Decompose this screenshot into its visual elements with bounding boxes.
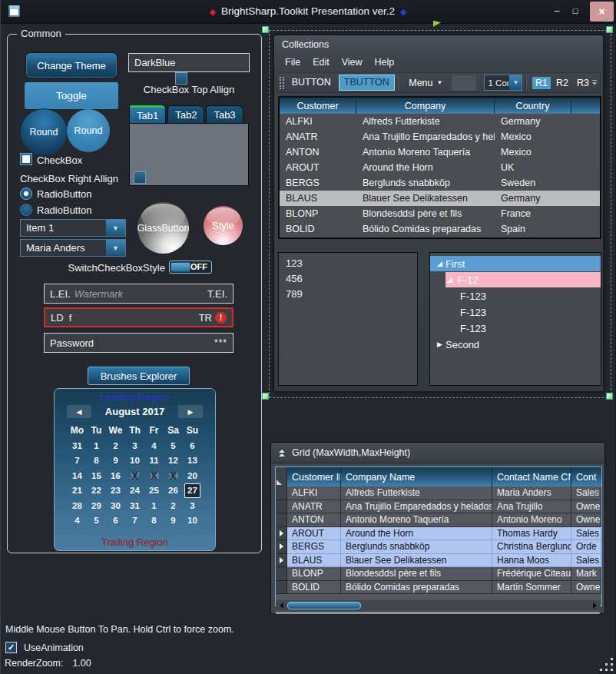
toggle-button[interactable]: Toggle — [25, 82, 118, 109]
expander-expanded-icon[interactable]: ◢ — [447, 272, 452, 288]
calendar-day[interactable]: 7 — [68, 453, 87, 469]
toolbar-grip-icon[interactable] — [280, 77, 284, 89]
horizontal-scrollbar[interactable] — [276, 600, 600, 611]
calendar-day[interactable]: 5 — [87, 513, 106, 529]
row-header[interactable] — [276, 527, 287, 541]
select-all-corner[interactable] — [276, 467, 287, 486]
expander-expanded-icon[interactable]: ◢ — [437, 256, 442, 272]
combobox-customer[interactable]: Maria Anders ▼ — [20, 239, 126, 257]
checkbox-top-align[interactable] — [175, 72, 187, 85]
row-header[interactable] — [276, 486, 287, 500]
calendar-day[interactable]: 11 — [144, 453, 164, 469]
calendar-day[interactable]: 10 — [183, 513, 202, 529]
calendar-day[interactable]: 10 — [125, 453, 144, 469]
list-item[interactable]: 123 — [279, 256, 417, 271]
tab-tab1[interactable]: Tab1 — [129, 105, 166, 123]
calendar-day[interactable]: 5 — [164, 438, 183, 453]
toolbar-menu-button[interactable]: Menu ▼ — [406, 78, 445, 88]
use-animation-checkbox[interactable]: ✓ — [5, 642, 17, 653]
calendar-day[interactable]: 19 — [164, 468, 183, 483]
calendar-day[interactable]: 28 — [68, 498, 87, 513]
chevron-down-icon[interactable]: ▼ — [105, 240, 125, 256]
table-row[interactable]: BERGSBerglunds snabbköpSweden — [280, 175, 600, 191]
calendar-day[interactable]: 9 — [164, 513, 183, 529]
calendar-day[interactable]: 4 — [68, 513, 87, 529]
calendar-day[interactable]: 1 — [87, 438, 106, 453]
error-textbox[interactable]: LD f TR ! — [44, 307, 233, 327]
radio-button-1[interactable] — [20, 188, 32, 200]
selection-handle[interactable] — [606, 393, 613, 400]
calendar-prev-button[interactable]: ◀ — [67, 405, 91, 418]
calendar-day[interactable]: 31 — [125, 498, 144, 513]
column-header-customer-id[interactable]: Customer ID — [287, 467, 341, 486]
switch-thumb[interactable] — [171, 262, 190, 272]
switch-checkbox[interactable]: OFF — [169, 261, 212, 274]
calendar-day[interactable]: 4 — [144, 438, 164, 453]
scroll-right-icon[interactable] — [593, 603, 597, 609]
table-row[interactable]: ALFKIAlfreds FutterkisteMaria AndersSale… — [276, 486, 601, 500]
calendar-day[interactable]: 13 — [183, 453, 202, 469]
table-row[interactable]: BERGSBerglunds snabbköpChristina Berglun… — [276, 540, 601, 554]
style-button[interactable]: Style — [204, 206, 243, 245]
calendar-day[interactable]: 21 — [68, 483, 87, 499]
table-row[interactable]: BLONPBlondesddsl père et filsFrance — [280, 206, 600, 221]
calendar-day[interactable]: 14 — [68, 468, 87, 483]
table-row[interactable]: BOLIDBólido Comidas preparadasMartín Som… — [276, 581, 601, 595]
menu-item-view[interactable]: View — [336, 57, 369, 68]
calendar-day[interactable]: 2 — [164, 498, 183, 513]
row-header[interactable] — [276, 513, 287, 527]
table-row[interactable]: ANATRAna Trujillo Emparedados y heladosA… — [276, 500, 601, 514]
calendar-day[interactable]: 3 — [183, 498, 202, 513]
calendar-day[interactable]: 24 — [125, 483, 144, 499]
calendar-day[interactable]: 6 — [106, 513, 125, 529]
calendar-day[interactable]: 8 — [144, 513, 164, 529]
toolbar-toggle-button[interactable]: TBUTTON — [339, 75, 395, 91]
column-header-contact-name-cn[interactable]: Contact Name CN — [492, 467, 571, 486]
table-row[interactable]: ALFKIAlfreds FutterkisteGermany — [280, 114, 600, 129]
menu-item-edit[interactable]: Edit — [306, 57, 336, 68]
calendar-day[interactable]: 3 — [125, 438, 144, 453]
expander-collapsed-icon[interactable]: ▶ — [437, 337, 442, 353]
calendar-day[interactable]: 26 — [164, 483, 183, 499]
column-header-cont[interactable]: Cont — [571, 467, 601, 486]
collections-window[interactable]: Collections FileEditViewHelp BUTTON TBUT… — [273, 35, 604, 392]
calendar-day[interactable]: 27 — [184, 483, 200, 499]
table-row[interactable]: ANATRAna Trujillo Emparedados y helaMexi… — [280, 129, 600, 144]
tab-tab3[interactable]: Tab3 — [206, 105, 243, 123]
calendar-day[interactable]: 15 — [87, 468, 106, 483]
tree-item-second[interactable]: ▶Second — [430, 337, 601, 353]
table-row[interactable]: AROUTAround the HornThomas HardySales — [276, 527, 601, 541]
theme-textbox[interactable]: DarkBlue — [128, 53, 250, 72]
collapse-pin-icon[interactable] — [279, 450, 285, 457]
calendar-day[interactable]: 17 — [125, 468, 144, 483]
calendar-day[interactable]: 23 — [106, 483, 125, 499]
table-row[interactable]: BOLIDBólido Comidas preparadasSpain — [280, 221, 600, 237]
list-item[interactable]: 789 — [279, 287, 417, 302]
brushes-explorer-button[interactable]: Brushes Explorer — [88, 367, 190, 385]
calendar-day[interactable]: 2 — [106, 438, 125, 453]
collections-window-title[interactable]: Collections — [274, 35, 603, 54]
chevron-down-icon[interactable]: ▼ — [105, 220, 125, 236]
round-button-dark[interactable]: Round — [20, 108, 68, 156]
calendar-day[interactable]: 30 — [106, 498, 125, 513]
resize-grip-icon[interactable] — [599, 657, 613, 671]
row-header[interactable] — [276, 567, 287, 581]
table-row[interactable]: AROUTAround the HornUK — [280, 160, 600, 175]
glass-button[interactable]: GlassButton — [137, 202, 189, 254]
maximize-button[interactable]: □ — [568, 2, 583, 20]
row-header[interactable] — [276, 500, 287, 514]
checkbox-main[interactable] — [20, 153, 32, 165]
chevron-down-icon[interactable]: ▼ — [508, 75, 522, 90]
selection-handle[interactable] — [606, 26, 613, 33]
change-theme-button[interactable]: Change Theme — [26, 53, 117, 78]
table-row[interactable]: BLONPBlondesddsl père et filsFrédérique … — [276, 567, 601, 581]
radio-button-2[interactable] — [20, 204, 32, 216]
column-header-company[interactable]: Company — [356, 98, 495, 114]
row-header[interactable] — [276, 540, 287, 554]
scrollbar-thumb[interactable] — [287, 602, 361, 609]
calendar-day[interactable]: 25 — [144, 483, 164, 499]
calendar-day[interactable]: 12 — [164, 453, 183, 469]
selection-handle[interactable] — [262, 26, 269, 33]
selection-handle[interactable] — [262, 393, 269, 400]
calendar-day[interactable]: 9 — [106, 453, 125, 469]
